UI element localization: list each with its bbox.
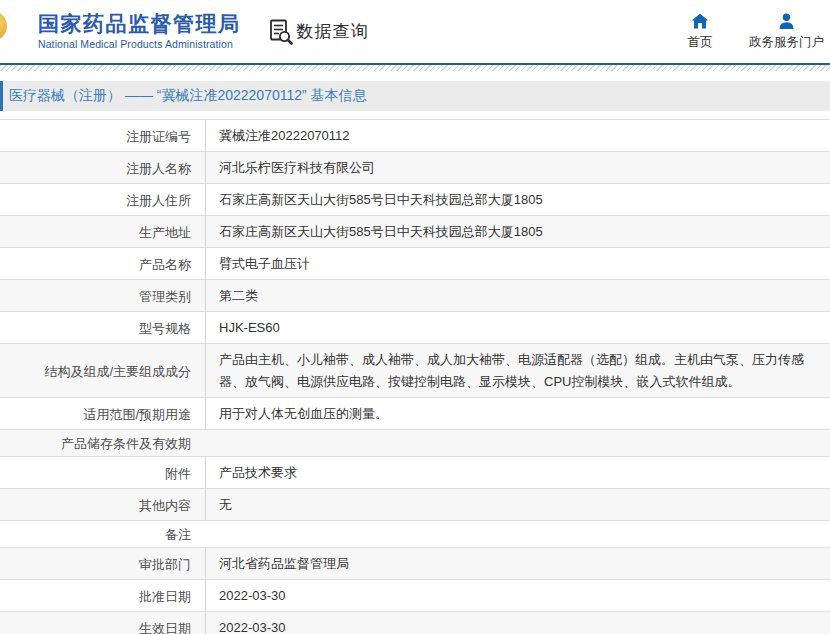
table-row: 注册证编号冀械注准20222070112 [0, 120, 830, 152]
data-query-label: 数据查询 [297, 20, 369, 43]
user-icon [778, 13, 795, 29]
row-value: 冀械注准20222070112 [205, 120, 830, 151]
row-value: 石家庄高新区天山大街585号日中天科技园总部大厦1805 [205, 216, 830, 247]
breadcrumb-text: 医疗器械（注册） —— “冀械注准20222070112” 基本信息 [9, 87, 367, 105]
row-label: 产品储存条件及有效期 [0, 430, 205, 456]
table-row: 生效日期2022-03-30 [0, 612, 830, 634]
row-value: HJK-ES60 [205, 312, 830, 343]
nav-home[interactable]: 首页 [677, 13, 723, 51]
row-value: 臂式电子血压计 [205, 248, 830, 279]
row-value [205, 430, 830, 456]
site-subtitle: National Medical Products Administration [38, 39, 241, 50]
home-icon [691, 13, 709, 29]
site-header: 国家药品监督管理局 National Medical Products Admi… [0, 0, 830, 63]
table-row: 注册人名称河北乐柠医疗科技有限公司 [0, 152, 830, 184]
row-label: 适用范围/预期用途 [0, 398, 205, 429]
site-title: 国家药品监督管理局 [38, 13, 241, 35]
row-value: 2022-03-30 [205, 612, 830, 634]
table-row: 管理类别第二类 [0, 280, 830, 312]
row-label: 其他内容 [0, 489, 205, 520]
table-row: 适用范围/预期用途用于对人体无创血压的测量。 [0, 398, 830, 430]
row-label: 生产地址 [0, 216, 205, 247]
row-value: 第二类 [205, 280, 830, 311]
row-value: 产品由主机、小儿袖带、成人袖带、成人加大袖带、电源适配器（选配）组成。主机由气泵… [205, 344, 830, 397]
table-row: 生产地址石家庄高新区天山大街585号日中天科技园总部大厦1805 [0, 216, 830, 248]
table-row: 产品名称臂式电子血压计 [0, 248, 830, 280]
top-nav: 首页 政务服务门户 [677, 13, 830, 51]
nav-gov-portal-label: 政务服务门户 [749, 34, 824, 51]
row-value: 2022-03-30 [205, 580, 830, 611]
nmpa-emblem-logo [0, 11, 7, 41]
row-label: 注册人名称 [0, 152, 205, 183]
row-value: 河北省药品监督管理局 [205, 548, 830, 579]
row-value: 产品技术要求 [205, 457, 830, 488]
row-label: 附件 [0, 457, 205, 488]
row-label: 管理类别 [0, 280, 205, 311]
row-value: 无 [205, 489, 830, 520]
row-label: 审批部门 [0, 548, 205, 579]
table-row: 附件产品技术要求 [0, 457, 830, 489]
row-value [205, 521, 830, 547]
nav-gov-portal[interactable]: 政务服务门户 [749, 13, 824, 51]
registration-info-table: 注册证编号冀械注准20222070112 注册人名称河北乐柠医疗科技有限公司 注… [0, 119, 830, 634]
table-row: 结构及组成/主要组成成分产品由主机、小儿袖带、成人袖带、成人加大袖带、电源适配器… [0, 344, 830, 398]
table-row: 型号规格HJK-ES60 [0, 312, 830, 344]
row-label: 型号规格 [0, 312, 205, 343]
row-label: 生效日期 [0, 612, 205, 634]
row-label: 备注 [0, 521, 205, 547]
row-label: 注册证编号 [0, 120, 205, 151]
table-row: 批准日期2022-03-30 [0, 580, 830, 612]
row-value: 用于对人体无创血压的测量。 [205, 398, 830, 429]
row-value: 河北乐柠医疗科技有限公司 [205, 152, 830, 183]
row-label: 产品名称 [0, 248, 205, 279]
row-label: 批准日期 [0, 580, 205, 611]
document-search-icon [269, 18, 294, 45]
table-row: 产品储存条件及有效期 [0, 430, 830, 457]
row-label: 结构及组成/主要组成成分 [0, 344, 205, 397]
brand-block: 国家药品监督管理局 National Medical Products Admi… [38, 13, 241, 49]
row-label: 注册人住所 [0, 184, 205, 215]
table-row: 注册人住所石家庄高新区天山大街585号日中天科技园总部大厦1805 [0, 184, 830, 216]
data-query-nav[interactable]: 数据查询 [269, 18, 369, 45]
breadcrumb: 医疗器械（注册） —— “冀械注准20222070112” 基本信息 [0, 81, 830, 111]
table-row: 备注 [0, 521, 830, 548]
nav-home-label: 首页 [688, 34, 713, 51]
table-row: 其他内容无 [0, 489, 830, 521]
row-value: 石家庄高新区天山大街585号日中天科技园总部大厦1805 [205, 184, 830, 215]
table-row: 审批部门河北省药品监督管理局 [0, 548, 830, 580]
